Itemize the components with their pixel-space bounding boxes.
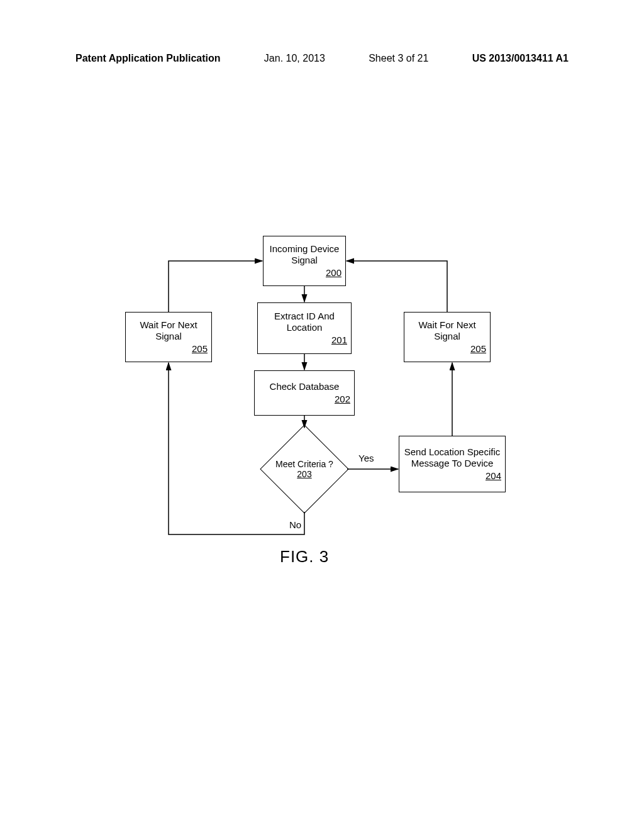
node-ref: 204	[486, 470, 501, 482]
node-text: Meet Criteria ? 203	[267, 459, 342, 479]
node-check-database: Check Database 202	[254, 370, 355, 416]
branch-no-label: No	[289, 519, 301, 530]
node-text: Incoming Device Signal	[267, 243, 341, 266]
node-meet-criteria: Meet Criteria ? 203	[273, 438, 336, 501]
flowchart-diagram: Incoming Device Signal 200 Extract ID An…	[0, 0, 644, 830]
node-ref: 205	[192, 343, 208, 355]
node-wait-next-signal-left: Wait For Next Signal 205	[125, 312, 212, 362]
node-text: Wait For Next Signal	[130, 319, 208, 342]
node-send-location-message: Send Location Specific Message To Device…	[399, 436, 506, 492]
node-text: Check Database	[258, 381, 350, 392]
node-text: Extract ID And Location	[262, 311, 347, 333]
node-text: Wait For Next Signal	[408, 319, 486, 342]
figure-label: FIG. 3	[280, 547, 329, 567]
node-wait-next-signal-right: Wait For Next Signal 205	[404, 312, 491, 362]
node-extract-id-location: Extract ID And Location 201	[257, 302, 352, 354]
node-ref: 201	[331, 335, 347, 346]
node-ref: 200	[326, 267, 341, 279]
node-text: Send Location Specific Message To Device	[403, 446, 501, 469]
node-ref: 205	[470, 343, 486, 355]
node-ref: 202	[335, 394, 350, 405]
branch-yes-label: Yes	[358, 453, 374, 463]
node-incoming-device-signal: Incoming Device Signal 200	[263, 236, 346, 286]
